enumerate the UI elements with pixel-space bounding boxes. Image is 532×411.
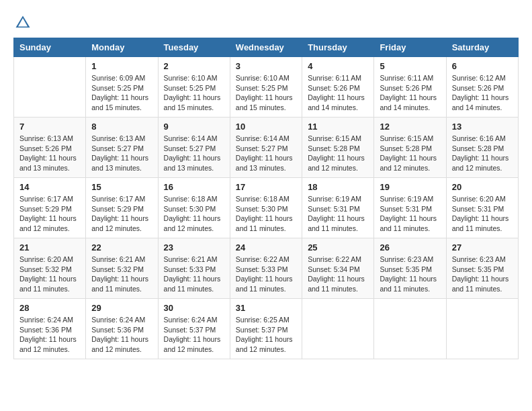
day-number: 28 bbox=[19, 303, 80, 313]
day-number: 18 bbox=[308, 182, 368, 192]
day-number: 17 bbox=[236, 182, 296, 192]
calendar-cell: 30Sunrise: 6:24 AMSunset: 5:37 PMDayligh… bbox=[158, 299, 230, 359]
day-number: 11 bbox=[308, 122, 368, 132]
calendar-cell: 19Sunrise: 6:19 AMSunset: 5:31 PMDayligh… bbox=[374, 178, 446, 238]
column-header-thursday: Thursday bbox=[302, 38, 374, 57]
day-info: Sunrise: 6:23 AMSunset: 5:35 PMDaylight:… bbox=[380, 255, 440, 294]
calendar-cell: 18Sunrise: 6:19 AMSunset: 5:31 PMDayligh… bbox=[302, 178, 374, 238]
day-number: 3 bbox=[236, 61, 296, 71]
calendar-cell: 23Sunrise: 6:21 AMSunset: 5:33 PMDayligh… bbox=[158, 238, 230, 299]
calendar-cell: 16Sunrise: 6:18 AMSunset: 5:30 PMDayligh… bbox=[158, 178, 230, 238]
calendar-cell: 31Sunrise: 6:25 AMSunset: 5:37 PMDayligh… bbox=[230, 299, 302, 359]
day-info: Sunrise: 6:17 AMSunset: 5:29 PMDaylight:… bbox=[19, 194, 80, 234]
day-info: Sunrise: 6:21 AMSunset: 5:33 PMDaylight:… bbox=[164, 255, 224, 294]
header-row: SundayMondayTuesdayWednesdayThursdayFrid… bbox=[14, 38, 519, 57]
day-info: Sunrise: 6:20 AMSunset: 5:32 PMDaylight:… bbox=[19, 255, 80, 294]
day-number: 5 bbox=[380, 61, 440, 71]
day-info: Sunrise: 6:24 AMSunset: 5:36 PMDaylight:… bbox=[91, 315, 152, 355]
day-number: 7 bbox=[19, 122, 80, 132]
column-header-saturday: Saturday bbox=[446, 38, 518, 57]
day-info: Sunrise: 6:14 AMSunset: 5:27 PMDaylight:… bbox=[236, 134, 296, 173]
calendar-cell: 20Sunrise: 6:20 AMSunset: 5:31 PMDayligh… bbox=[446, 178, 518, 238]
column-header-wednesday: Wednesday bbox=[230, 38, 302, 57]
calendar-cell bbox=[446, 299, 518, 359]
calendar-cell: 29Sunrise: 6:24 AMSunset: 5:36 PMDayligh… bbox=[86, 299, 158, 359]
calendar-cell: 27Sunrise: 6:23 AMSunset: 5:35 PMDayligh… bbox=[446, 238, 518, 299]
calendar-cell: 1Sunrise: 6:09 AMSunset: 5:25 PMDaylight… bbox=[86, 57, 158, 118]
day-number: 25 bbox=[308, 242, 368, 253]
day-info: Sunrise: 6:09 AMSunset: 5:25 PMDaylight:… bbox=[91, 73, 152, 113]
calendar-cell bbox=[302, 299, 374, 359]
day-info: Sunrise: 6:15 AMSunset: 5:28 PMDaylight:… bbox=[380, 134, 440, 173]
calendar-cell: 9Sunrise: 6:14 AMSunset: 5:27 PMDaylight… bbox=[158, 118, 230, 178]
calendar-cell: 24Sunrise: 6:22 AMSunset: 5:33 PMDayligh… bbox=[230, 238, 302, 299]
day-number: 30 bbox=[164, 303, 224, 313]
day-info: Sunrise: 6:23 AMSunset: 5:35 PMDaylight:… bbox=[452, 255, 513, 294]
day-info: Sunrise: 6:11 AMSunset: 5:26 PMDaylight:… bbox=[380, 73, 440, 113]
day-info: Sunrise: 6:19 AMSunset: 5:31 PMDaylight:… bbox=[380, 194, 440, 234]
day-number: 9 bbox=[164, 122, 224, 132]
day-number: 20 bbox=[452, 182, 513, 192]
day-number: 2 bbox=[164, 61, 224, 71]
calendar-cell: 3Sunrise: 6:10 AMSunset: 5:25 PMDaylight… bbox=[230, 57, 302, 118]
week-row-1: 1Sunrise: 6:09 AMSunset: 5:25 PMDaylight… bbox=[14, 57, 519, 118]
day-info: Sunrise: 6:11 AMSunset: 5:26 PMDaylight:… bbox=[308, 73, 368, 113]
calendar-cell: 13Sunrise: 6:16 AMSunset: 5:28 PMDayligh… bbox=[446, 118, 518, 178]
day-info: Sunrise: 6:16 AMSunset: 5:28 PMDaylight:… bbox=[452, 134, 513, 173]
calendar-cell bbox=[14, 57, 86, 118]
day-number: 19 bbox=[380, 182, 440, 192]
column-header-friday: Friday bbox=[374, 38, 446, 57]
day-number: 1 bbox=[91, 61, 152, 71]
calendar-cell: 14Sunrise: 6:17 AMSunset: 5:29 PMDayligh… bbox=[14, 178, 86, 238]
week-row-3: 14Sunrise: 6:17 AMSunset: 5:29 PMDayligh… bbox=[14, 178, 519, 238]
week-row-2: 7Sunrise: 6:13 AMSunset: 5:26 PMDaylight… bbox=[14, 118, 519, 178]
logo-icon bbox=[13, 13, 32, 32]
calendar-cell: 12Sunrise: 6:15 AMSunset: 5:28 PMDayligh… bbox=[374, 118, 446, 178]
column-header-monday: Monday bbox=[86, 38, 158, 57]
day-number: 14 bbox=[19, 182, 80, 192]
day-info: Sunrise: 6:25 AMSunset: 5:37 PMDaylight:… bbox=[236, 315, 296, 355]
calendar-table: SundayMondayTuesdayWednesdayThursdayFrid… bbox=[13, 38, 519, 359]
day-number: 21 bbox=[19, 242, 80, 253]
calendar-cell: 17Sunrise: 6:18 AMSunset: 5:30 PMDayligh… bbox=[230, 178, 302, 238]
calendar-cell: 15Sunrise: 6:17 AMSunset: 5:29 PMDayligh… bbox=[86, 178, 158, 238]
day-number: 27 bbox=[452, 242, 513, 253]
calendar-cell: 6Sunrise: 6:12 AMSunset: 5:26 PMDaylight… bbox=[446, 57, 518, 118]
day-info: Sunrise: 6:18 AMSunset: 5:30 PMDaylight:… bbox=[236, 194, 296, 234]
calendar-cell: 10Sunrise: 6:14 AMSunset: 5:27 PMDayligh… bbox=[230, 118, 302, 178]
day-number: 16 bbox=[164, 182, 224, 192]
calendar-cell: 7Sunrise: 6:13 AMSunset: 5:26 PMDaylight… bbox=[14, 118, 86, 178]
day-info: Sunrise: 6:17 AMSunset: 5:29 PMDaylight:… bbox=[91, 194, 152, 234]
week-row-4: 21Sunrise: 6:20 AMSunset: 5:32 PMDayligh… bbox=[14, 238, 519, 299]
day-number: 6 bbox=[452, 61, 513, 71]
day-number: 29 bbox=[91, 303, 152, 313]
calendar-cell: 25Sunrise: 6:22 AMSunset: 5:34 PMDayligh… bbox=[302, 238, 374, 299]
day-number: 8 bbox=[91, 122, 152, 132]
calendar-cell: 26Sunrise: 6:23 AMSunset: 5:35 PMDayligh… bbox=[374, 238, 446, 299]
day-info: Sunrise: 6:18 AMSunset: 5:30 PMDaylight:… bbox=[164, 194, 224, 234]
column-header-sunday: Sunday bbox=[14, 38, 86, 57]
day-number: 23 bbox=[164, 242, 224, 253]
day-info: Sunrise: 6:12 AMSunset: 5:26 PMDaylight:… bbox=[452, 73, 513, 113]
day-number: 12 bbox=[380, 122, 440, 132]
day-info: Sunrise: 6:10 AMSunset: 5:25 PMDaylight:… bbox=[236, 73, 296, 113]
calendar-cell: 21Sunrise: 6:20 AMSunset: 5:32 PMDayligh… bbox=[14, 238, 86, 299]
day-info: Sunrise: 6:13 AMSunset: 5:26 PMDaylight:… bbox=[19, 134, 80, 173]
calendar-cell: 4Sunrise: 6:11 AMSunset: 5:26 PMDaylight… bbox=[302, 57, 374, 118]
week-row-5: 28Sunrise: 6:24 AMSunset: 5:36 PMDayligh… bbox=[14, 299, 519, 359]
day-number: 22 bbox=[91, 242, 152, 253]
logo bbox=[13, 13, 35, 32]
day-info: Sunrise: 6:21 AMSunset: 5:32 PMDaylight:… bbox=[91, 255, 152, 294]
day-info: Sunrise: 6:24 AMSunset: 5:36 PMDaylight:… bbox=[19, 315, 80, 355]
calendar-cell: 5Sunrise: 6:11 AMSunset: 5:26 PMDaylight… bbox=[374, 57, 446, 118]
calendar-cell bbox=[374, 299, 446, 359]
calendar-cell: 2Sunrise: 6:10 AMSunset: 5:25 PMDaylight… bbox=[158, 57, 230, 118]
day-number: 31 bbox=[236, 303, 296, 313]
day-info: Sunrise: 6:22 AMSunset: 5:34 PMDaylight:… bbox=[308, 255, 368, 294]
day-number: 13 bbox=[452, 122, 513, 132]
day-number: 10 bbox=[236, 122, 296, 132]
column-header-tuesday: Tuesday bbox=[158, 38, 230, 57]
day-info: Sunrise: 6:19 AMSunset: 5:31 PMDaylight:… bbox=[308, 194, 368, 234]
day-info: Sunrise: 6:22 AMSunset: 5:33 PMDaylight:… bbox=[236, 255, 296, 294]
day-info: Sunrise: 6:24 AMSunset: 5:37 PMDaylight:… bbox=[164, 315, 224, 355]
